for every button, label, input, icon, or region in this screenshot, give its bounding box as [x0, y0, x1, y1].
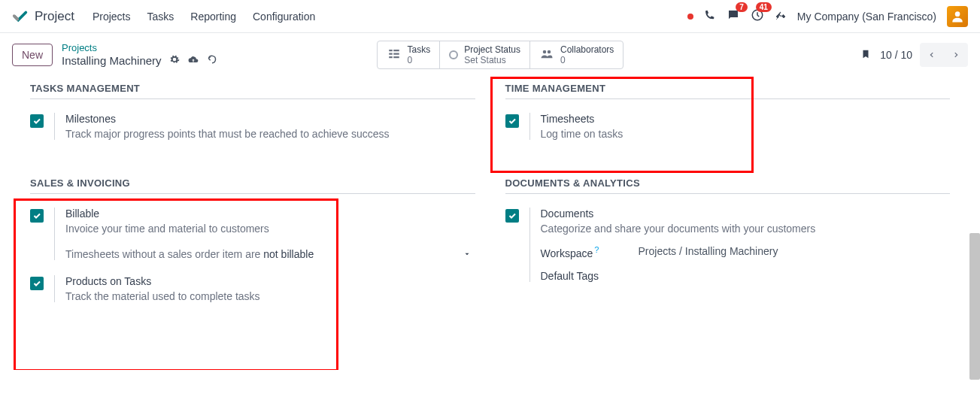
stat-tasks[interactable]: Tasks0 [378, 41, 441, 68]
breadcrumb-current: Installing Machinery [62, 54, 162, 68]
option-title: Timesheets [541, 113, 951, 125]
pager-text: 10 / 10 [880, 49, 912, 61]
billable-policy-row: Timesheets without a sales order item ar… [65, 248, 475, 260]
company-selector[interactable]: My Company (San Francisco) [797, 11, 936, 23]
default-tags-label: Default Tags [541, 270, 623, 282]
option-title: Billable [65, 208, 475, 220]
breadcrumb-parent[interactable]: Projects [62, 42, 217, 54]
svg-rect-5 [393, 53, 399, 54]
option-products-on-tasks: Products on Tasks Track the material use… [30, 275, 475, 302]
section-title-tasks: TASKS MANAGEMENT [30, 83, 475, 99]
settings-content: TASKS MANAGEMENT Milestones Track major … [0, 77, 980, 370]
svg-point-1 [955, 11, 960, 17]
section-documents-analytics: DOCUMENTS & ANALYTICS Documents Categori… [505, 177, 951, 317]
svg-rect-7 [393, 56, 399, 58]
stat-buttons: Tasks0 Project StatusSet Status Collabor… [377, 41, 624, 69]
option-milestones: Milestones Track major progress points t… [30, 113, 475, 140]
top-menu: Projects Tasks Reporting Configuration [93, 11, 315, 23]
topbar-right: 7 41 My Company (San Francisco) [687, 6, 968, 27]
svg-point-9 [548, 50, 551, 53]
svg-rect-6 [389, 56, 393, 58]
pager-prev-button[interactable] [920, 43, 944, 67]
controlbar-right: 10 / 10 [860, 43, 968, 67]
pager: 10 / 10 [880, 43, 968, 67]
section-title-sales: SALES & INVOICING [30, 177, 475, 194]
checkbox-milestones[interactable] [30, 114, 44, 128]
option-desc: Log time on tasks [541, 128, 951, 140]
option-desc: Invoice your time and material to custom… [65, 223, 475, 235]
stat-collaborators[interactable]: Collaborators0 [530, 41, 623, 68]
svg-rect-3 [393, 50, 399, 51]
chat-badge: 7 [736, 2, 748, 12]
pager-next-button[interactable] [944, 43, 968, 67]
scrollbar-thumb[interactable] [969, 233, 980, 370]
section-tasks-management: TASKS MANAGEMENT Milestones Track major … [30, 83, 475, 155]
status-circle-icon [449, 50, 458, 59]
section-sales-invoicing: SALES & INVOICING Billable Invoice your … [30, 177, 475, 317]
option-title: Documents [541, 208, 951, 220]
workspace-label: Workspace [541, 247, 593, 259]
tasks-list-icon [387, 47, 402, 63]
help-icon[interactable]: ? [594, 245, 599, 254]
workspace-row: Workspace? Projects / Installing Machine… [541, 245, 951, 259]
option-desc: Track the material used to complete task… [65, 290, 475, 302]
menu-tasks[interactable]: Tasks [147, 11, 174, 23]
phone-icon[interactable] [704, 9, 716, 23]
option-desc: Track major progress points that must be… [65, 128, 475, 140]
undo-icon[interactable] [207, 54, 217, 68]
collaborators-icon [539, 47, 554, 63]
section-time-management: TIME MANAGEMENT Timesheets Log time on t… [505, 83, 951, 155]
option-desc: Categorize and share your documents with… [541, 223, 951, 235]
stat-project-status[interactable]: Project StatusSet Status [440, 41, 530, 68]
workspace-value[interactable]: Projects / Installing Machinery [639, 245, 778, 259]
avatar[interactable] [947, 6, 968, 27]
checkbox-timesheets[interactable] [505, 114, 519, 128]
cloud-upload-icon[interactable] [187, 54, 199, 68]
app-name[interactable]: Project [35, 9, 74, 24]
checkbox-documents[interactable] [505, 209, 519, 223]
app-logo-icon [12, 8, 29, 25]
default-tags-row: Default Tags [541, 270, 951, 282]
option-timesheets: Timesheets Log time on tasks [505, 113, 951, 140]
menu-reporting[interactable]: Reporting [190, 11, 236, 23]
checkbox-products[interactable] [30, 277, 44, 290]
top-navbar: Project Projects Tasks Reporting Configu… [0, 0, 980, 33]
option-documents: Documents Categorize and share your docu… [505, 208, 951, 282]
breadcrumb: Projects Installing Machinery [62, 42, 217, 68]
activity-icon[interactable]: 41 [751, 8, 764, 24]
section-title-time: TIME MANAGEMENT [505, 83, 951, 99]
option-billable: Billable Invoice your time and material … [30, 208, 475, 260]
gear-icon[interactable] [169, 54, 180, 68]
svg-rect-2 [389, 50, 393, 51]
tools-icon[interactable] [775, 9, 787, 23]
svg-rect-4 [389, 53, 393, 54]
recording-indicator-icon [687, 14, 693, 20]
option-title: Milestones [65, 113, 475, 125]
bookmark-icon[interactable] [860, 47, 871, 63]
section-title-docs: DOCUMENTS & ANALYTICS [505, 177, 951, 194]
control-bar: New Projects Installing Machinery Tasks0… [0, 33, 980, 77]
checkbox-billable[interactable] [30, 209, 44, 223]
menu-projects[interactable]: Projects [93, 11, 131, 23]
billable-policy-dropdown[interactable] [463, 248, 475, 260]
svg-point-8 [543, 50, 547, 53]
option-title: Products on Tasks [65, 275, 475, 287]
activity-badge: 41 [756, 2, 772, 12]
new-button[interactable]: New [12, 44, 53, 66]
menu-configuration[interactable]: Configuration [253, 11, 315, 23]
chat-icon[interactable]: 7 [727, 8, 740, 24]
